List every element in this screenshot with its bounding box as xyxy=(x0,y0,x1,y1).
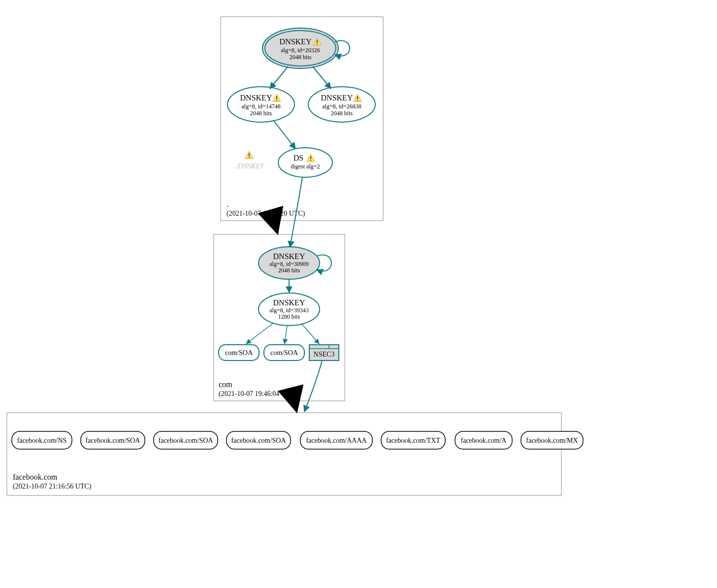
node-root-zsk1: DNSKEY alg=8, id=14748 2048 bits xyxy=(228,87,294,122)
svg-text:facebook.com/A: facebook.com/A xyxy=(461,437,507,444)
svg-text:DNSKEY: DNSKEY xyxy=(273,252,305,261)
edge xyxy=(273,120,295,149)
svg-text:alg=8, id=26838: alg=8, id=26838 xyxy=(322,103,361,110)
node-com-soa2: com/SOA xyxy=(264,345,304,360)
node-fb-rec: facebook.com/A xyxy=(455,431,512,449)
svg-text:alg=8, id=30909: alg=8, id=30909 xyxy=(269,261,309,267)
node-fb-rec: facebook.com/AAAA xyxy=(300,431,372,449)
svg-text:com/SOA: com/SOA xyxy=(270,349,298,357)
zone-fb-time: (2021-10-07 21:16:56 UTC) xyxy=(13,483,92,490)
svg-text:facebook.com/SOA: facebook.com/SOA xyxy=(86,437,141,444)
svg-text:facebook.com/MX: facebook.com/MX xyxy=(526,437,578,444)
node-root-ds: DS digest alg=2 xyxy=(278,148,332,177)
svg-text:facebook.com/SOA: facebook.com/SOA xyxy=(159,437,214,444)
edge-nsec3-to-fb xyxy=(304,360,322,412)
svg-text:facebook.com/SOA: facebook.com/SOA xyxy=(231,437,287,444)
edge-com-to-fb xyxy=(294,401,296,411)
zone-fb: facebook.com (2021-10-07 21:16:56 UTC) f… xyxy=(7,413,583,495)
node-fb-rec: facebook.com/SOA xyxy=(81,431,145,449)
zone-com-time: (2021-10-07 19:46:04 UTC) xyxy=(219,390,297,398)
node-root-zsk2: DNSKEY alg=8, id=26838 2048 bits xyxy=(308,87,375,122)
zone-com-label: com xyxy=(219,380,232,389)
node-com-zsk: DNSKEY alg=8, id=39343 1280 bits xyxy=(259,293,320,326)
svg-point-17 xyxy=(278,148,332,177)
zone-root-label: . xyxy=(227,200,228,208)
svg-text:1280 bits: 1280 bits xyxy=(278,313,300,320)
svg-text:2048 bits: 2048 bits xyxy=(331,110,353,117)
svg-text:facebook.com/NS: facebook.com/NS xyxy=(17,437,67,444)
svg-text:2048 bits: 2048 bits xyxy=(278,267,300,274)
edge xyxy=(270,66,288,89)
node-fb-rec: facebook.com/MX xyxy=(521,431,583,449)
svg-text:facebook.com/TXT: facebook.com/TXT xyxy=(386,437,440,444)
edge xyxy=(313,66,331,89)
node-fb-rec: facebook.com/SOA xyxy=(154,431,218,449)
edge-root-to-com xyxy=(274,221,277,232)
svg-text:digest alg=2: digest alg=2 xyxy=(291,163,320,170)
svg-text:DNSKEY: DNSKEY xyxy=(321,94,353,102)
svg-text:DNSKEY: DNSKEY xyxy=(273,298,305,307)
zone-fb-label: facebook.com xyxy=(13,473,58,481)
svg-text:facebook.com/AAAA: facebook.com/AAAA xyxy=(306,437,367,444)
node-com-nsec3: NSEC3 xyxy=(309,345,339,360)
node-com-ksk: DNSKEY alg=8, id=30909 2048 bits xyxy=(259,247,320,279)
zone-com: com (2021-10-07 19:46:04 UTC) DNSKEY alg… xyxy=(214,234,345,401)
svg-text:2048 bits: 2048 bits xyxy=(290,54,312,61)
svg-text:NSEC3: NSEC3 xyxy=(314,351,335,358)
svg-text:DNSKEY: DNSKEY xyxy=(280,37,312,46)
svg-text:alg=8, id=20326: alg=8, id=20326 xyxy=(281,47,320,54)
svg-text:DNSKEY: DNSKEY xyxy=(240,94,272,102)
svg-text:alg=8, id=39343: alg=8, id=39343 xyxy=(269,307,309,314)
edge xyxy=(285,326,287,344)
node-fb-rec: facebook.com/NS xyxy=(12,431,72,449)
node-root-ksk: DNSKEY alg=8, id=20326 2048 bits xyxy=(262,28,338,68)
node-com-soa1: com/SOA xyxy=(219,345,259,360)
svg-text:2048 bits: 2048 bits xyxy=(250,110,272,117)
edge xyxy=(301,324,319,344)
edge xyxy=(246,323,273,344)
node-fb-rec: facebook.com/TXT xyxy=(381,431,445,449)
node-root-ghost: ./DNSKEY xyxy=(234,151,265,170)
svg-text:DS: DS xyxy=(293,154,303,162)
svg-text:com/SOA: com/SOA xyxy=(225,349,253,357)
zone-root-time: (2021-10-07 18:02:20 UTC) xyxy=(227,210,305,218)
svg-text:./DNSKEY: ./DNSKEY xyxy=(234,163,265,170)
zone-root: . (2021-10-07 18:02:20 UTC) DNSKEY alg=8… xyxy=(221,17,383,221)
warning-icon xyxy=(245,151,253,159)
node-fb-rec: facebook.com/SOA xyxy=(227,431,291,449)
dnssec-graph: . (2021-10-07 18:02:20 UTC) DNSKEY alg=8… xyxy=(0,0,717,588)
svg-text:alg=8, id=14748: alg=8, id=14748 xyxy=(241,103,281,110)
